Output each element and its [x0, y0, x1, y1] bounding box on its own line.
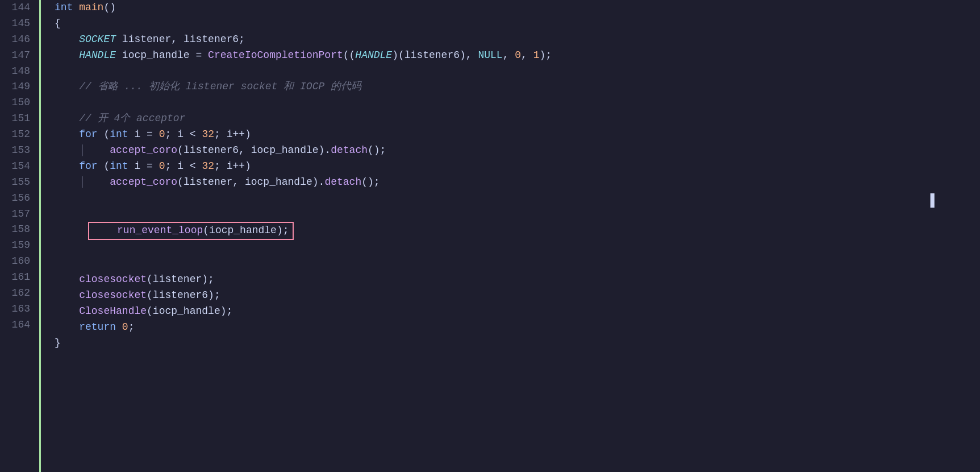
- ln-144: 144: [5, 0, 30, 16]
- code-line-145: {: [55, 16, 980, 32]
- ln-152: 152: [5, 127, 30, 143]
- code-line-151: // 开 4个 acceptor: [55, 111, 980, 127]
- code-line-148: [55, 64, 980, 80]
- code-line-150: [55, 95, 980, 111]
- code-content[interactable]: int main() { SOCKET listener, listener6;…: [41, 0, 980, 472]
- highlighted-run-event-loop: run_event_loop(iocp_handle);: [88, 222, 294, 240]
- text-cursor-icon: ▐: [927, 191, 935, 212]
- code-line-155: │ accept_coro(listener, iocp_handle).det…: [55, 175, 980, 191]
- ln-147: 147: [5, 48, 30, 64]
- code-line-159: closesocket(listener);: [55, 272, 980, 288]
- code-line-156: [55, 191, 980, 206]
- ln-145: 145: [5, 16, 30, 32]
- ln-161: 161: [5, 270, 30, 285]
- ln-164: 164: [5, 317, 30, 333]
- ln-151: 151: [5, 111, 30, 127]
- code-line-158: [55, 256, 980, 272]
- ln-158: 158: [5, 222, 30, 238]
- ln-162: 162: [5, 285, 30, 301]
- code-line-149: // 省略 ... 初始化 listener socket 和 IOCP 的代码: [55, 79, 980, 95]
- ln-146: 146: [5, 32, 30, 48]
- code-line-144: int main(): [55, 0, 980, 16]
- ln-149: 149: [5, 79, 30, 95]
- ln-150: 150: [5, 95, 30, 111]
- code-line-152: for (int i = 0; i < 32; i++): [55, 127, 980, 143]
- code-editor: 144 145 146 147 148 149 150 151 152 153 …: [0, 0, 980, 472]
- code-line-163: }: [55, 336, 980, 351]
- ln-160: 160: [5, 254, 30, 270]
- ln-157: 157: [5, 206, 30, 222]
- line-number-gutter: 144 145 146 147 148 149 150 151 152 153 …: [0, 0, 41, 472]
- ln-154: 154: [5, 159, 30, 175]
- code-line-154: for (int i = 0; i < 32; i++): [55, 159, 980, 175]
- ln-156: 156: [5, 191, 30, 206]
- code-line-164: [55, 351, 980, 367]
- code-line-160: closesocket(listener6);: [55, 288, 980, 304]
- ln-155: 155: [5, 175, 30, 191]
- code-line-161: CloseHandle(iocp_handle);: [55, 304, 980, 320]
- code-line-146: SOCKET listener, listener6;: [55, 32, 980, 48]
- code-line-147: HANDLE iocp_handle = CreateIoCompletionP…: [55, 48, 980, 64]
- ln-153: 153: [5, 143, 30, 159]
- ln-159: 159: [5, 238, 30, 254]
- ln-148: 148: [5, 64, 30, 80]
- code-line-157: run_event_loop(iocp_handle);: [55, 206, 980, 256]
- ln-163: 163: [5, 301, 30, 317]
- code-line-162: return 0;: [55, 320, 980, 336]
- code-line-153: │ accept_coro(listener6, iocp_handle).de…: [55, 143, 980, 159]
